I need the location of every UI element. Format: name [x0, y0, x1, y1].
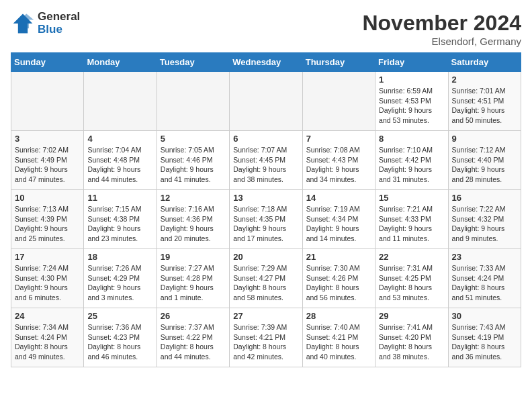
day-info: Sunrise: 7:24 AM Sunset: 4:30 PM Dayligh… — [15, 263, 80, 303]
day-number: 4 — [87, 134, 152, 144]
day-number: 14 — [306, 193, 371, 203]
day-info: Sunrise: 7:37 AM Sunset: 4:22 PM Dayligh… — [161, 322, 226, 362]
day-number: 5 — [161, 134, 226, 144]
logo-text: General Blue — [38, 11, 80, 36]
day-number: 22 — [379, 252, 444, 262]
day-info: Sunrise: 7:27 AM Sunset: 4:28 PM Dayligh… — [161, 263, 226, 303]
day-number: 15 — [379, 193, 444, 203]
day-info: Sunrise: 7:15 AM Sunset: 4:38 PM Dayligh… — [87, 204, 152, 244]
day-number: 19 — [161, 252, 226, 262]
day-info: Sunrise: 7:13 AM Sunset: 4:39 PM Dayligh… — [15, 204, 80, 244]
day-info: Sunrise: 7:22 AM Sunset: 4:32 PM Dayligh… — [452, 204, 517, 244]
calendar-cell: 8Sunrise: 7:10 AM Sunset: 4:42 PM Daylig… — [375, 131, 448, 190]
calendar-cell — [230, 72, 302, 131]
day-info: Sunrise: 7:08 AM Sunset: 4:43 PM Dayligh… — [306, 145, 371, 185]
day-number: 11 — [87, 193, 152, 203]
location: Elsendorf, Germany — [362, 36, 521, 47]
calendar-cell: 7Sunrise: 7:08 AM Sunset: 4:43 PM Daylig… — [302, 131, 375, 190]
day-number: 26 — [161, 311, 226, 321]
calendar-cell — [302, 72, 375, 131]
day-number: 17 — [15, 252, 80, 262]
calendar-cell: 26Sunrise: 7:37 AM Sunset: 4:22 PM Dayli… — [157, 308, 229, 367]
day-info: Sunrise: 7:21 AM Sunset: 4:33 PM Dayligh… — [379, 204, 444, 244]
day-number: 30 — [452, 311, 517, 321]
day-number: 6 — [233, 134, 298, 144]
calendar-cell: 24Sunrise: 7:34 AM Sunset: 4:24 PM Dayli… — [11, 308, 84, 367]
day-info: Sunrise: 7:04 AM Sunset: 4:48 PM Dayligh… — [87, 145, 152, 185]
day-info: Sunrise: 7:07 AM Sunset: 4:45 PM Dayligh… — [233, 145, 298, 185]
day-info: Sunrise: 7:10 AM Sunset: 4:42 PM Dayligh… — [379, 145, 444, 185]
day-info: Sunrise: 7:31 AM Sunset: 4:25 PM Dayligh… — [379, 263, 444, 303]
page-header: General Blue November 2024 Elsendorf, Ge… — [11, 11, 521, 47]
day-info: Sunrise: 7:33 AM Sunset: 4:24 PM Dayligh… — [452, 263, 517, 303]
calendar-cell — [11, 72, 84, 131]
day-number: 20 — [233, 252, 298, 262]
day-info: Sunrise: 7:05 AM Sunset: 4:46 PM Dayligh… — [161, 145, 226, 185]
calendar-week-1: 1Sunrise: 6:59 AM Sunset: 4:53 PM Daylig… — [11, 72, 521, 131]
calendar-cell: 5Sunrise: 7:05 AM Sunset: 4:46 PM Daylig… — [157, 131, 229, 190]
day-number: 23 — [452, 252, 517, 262]
calendar-cell: 21Sunrise: 7:30 AM Sunset: 4:26 PM Dayli… — [302, 249, 375, 308]
calendar-cell: 1Sunrise: 6:59 AM Sunset: 4:53 PM Daylig… — [375, 72, 448, 131]
day-number: 3 — [15, 134, 80, 144]
calendar-cell: 19Sunrise: 7:27 AM Sunset: 4:28 PM Dayli… — [157, 249, 229, 308]
calendar-week-3: 10Sunrise: 7:13 AM Sunset: 4:39 PM Dayli… — [11, 190, 521, 249]
day-number: 13 — [233, 193, 298, 203]
day-number: 10 — [15, 193, 80, 203]
weekday-header-monday: Monday — [84, 53, 157, 72]
day-number: 2 — [452, 75, 517, 85]
day-number: 27 — [233, 311, 298, 321]
day-info: Sunrise: 7:02 AM Sunset: 4:49 PM Dayligh… — [15, 145, 80, 185]
calendar-cell: 10Sunrise: 7:13 AM Sunset: 4:39 PM Dayli… — [11, 190, 84, 249]
day-info: Sunrise: 7:29 AM Sunset: 4:27 PM Dayligh… — [233, 263, 298, 303]
calendar-cell: 18Sunrise: 7:26 AM Sunset: 4:29 PM Dayli… — [84, 249, 157, 308]
calendar-cell: 14Sunrise: 7:19 AM Sunset: 4:34 PM Dayli… — [302, 190, 375, 249]
day-number: 29 — [379, 311, 444, 321]
day-number: 12 — [161, 193, 226, 203]
calendar-cell: 11Sunrise: 7:15 AM Sunset: 4:38 PM Dayli… — [84, 190, 157, 249]
day-number: 9 — [452, 134, 517, 144]
day-number: 18 — [87, 252, 152, 262]
day-info: Sunrise: 7:40 AM Sunset: 4:21 PM Dayligh… — [306, 322, 371, 362]
calendar-cell: 2Sunrise: 7:01 AM Sunset: 4:51 PM Daylig… — [448, 72, 521, 131]
day-number: 16 — [452, 193, 517, 203]
calendar-cell: 28Sunrise: 7:40 AM Sunset: 4:21 PM Dayli… — [302, 308, 375, 367]
day-info: Sunrise: 7:34 AM Sunset: 4:24 PM Dayligh… — [15, 322, 80, 362]
day-info: Sunrise: 7:01 AM Sunset: 4:51 PM Dayligh… — [452, 86, 517, 126]
calendar-week-5: 24Sunrise: 7:34 AM Sunset: 4:24 PM Dayli… — [11, 308, 521, 367]
day-info: Sunrise: 7:16 AM Sunset: 4:36 PM Dayligh… — [161, 204, 226, 244]
day-number: 7 — [306, 134, 371, 144]
weekday-header-tuesday: Tuesday — [157, 53, 229, 72]
calendar-cell: 12Sunrise: 7:16 AM Sunset: 4:36 PM Dayli… — [157, 190, 229, 249]
day-info: Sunrise: 7:18 AM Sunset: 4:35 PM Dayligh… — [233, 204, 298, 244]
calendar-cell: 15Sunrise: 7:21 AM Sunset: 4:33 PM Dayli… — [375, 190, 448, 249]
calendar-cell: 27Sunrise: 7:39 AM Sunset: 4:21 PM Dayli… — [230, 308, 302, 367]
weekday-header-sunday: Sunday — [11, 53, 84, 72]
weekday-header-wednesday: Wednesday — [230, 53, 302, 72]
day-info: Sunrise: 7:30 AM Sunset: 4:26 PM Dayligh… — [306, 263, 371, 303]
calendar-cell: 16Sunrise: 7:22 AM Sunset: 4:32 PM Dayli… — [448, 190, 521, 249]
calendar-cell: 4Sunrise: 7:04 AM Sunset: 4:48 PM Daylig… — [84, 131, 157, 190]
day-number: 28 — [306, 311, 371, 321]
day-info: Sunrise: 7:43 AM Sunset: 4:19 PM Dayligh… — [452, 322, 517, 362]
calendar-cell: 9Sunrise: 7:12 AM Sunset: 4:40 PM Daylig… — [448, 131, 521, 190]
calendar-cell: 3Sunrise: 7:02 AM Sunset: 4:49 PM Daylig… — [11, 131, 84, 190]
calendar-week-4: 17Sunrise: 7:24 AM Sunset: 4:30 PM Dayli… — [11, 249, 521, 308]
calendar-cell: 23Sunrise: 7:33 AM Sunset: 4:24 PM Dayli… — [448, 249, 521, 308]
day-number: 1 — [379, 75, 444, 85]
calendar-cell — [157, 72, 229, 131]
calendar-cell: 30Sunrise: 7:43 AM Sunset: 4:19 PM Dayli… — [448, 308, 521, 367]
day-info: Sunrise: 7:39 AM Sunset: 4:21 PM Dayligh… — [233, 322, 298, 362]
day-number: 21 — [306, 252, 371, 262]
calendar-cell: 13Sunrise: 7:18 AM Sunset: 4:35 PM Dayli… — [230, 190, 302, 249]
calendar-cell: 20Sunrise: 7:29 AM Sunset: 4:27 PM Dayli… — [230, 249, 302, 308]
calendar-cell: 29Sunrise: 7:41 AM Sunset: 4:20 PM Dayli… — [375, 308, 448, 367]
day-info: Sunrise: 7:26 AM Sunset: 4:29 PM Dayligh… — [87, 263, 152, 303]
weekday-header-row: SundayMondayTuesdayWednesdayThursdayFrid… — [11, 53, 521, 72]
logo: General Blue — [11, 11, 80, 36]
weekday-header-saturday: Saturday — [448, 53, 521, 72]
day-info: Sunrise: 7:41 AM Sunset: 4:20 PM Dayligh… — [379, 322, 444, 362]
calendar-cell: 25Sunrise: 7:36 AM Sunset: 4:23 PM Dayli… — [84, 308, 157, 367]
weekday-header-friday: Friday — [375, 53, 448, 72]
logo-icon — [11, 11, 35, 36]
